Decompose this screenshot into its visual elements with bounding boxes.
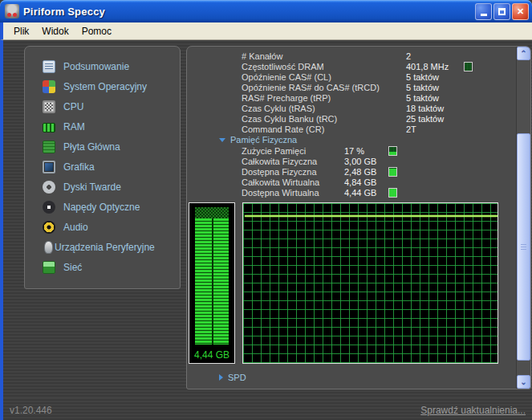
sidebar-item[interactable]: Napędy Optyczne <box>25 197 180 217</box>
row-value: 401,8 MHz <box>406 62 464 71</box>
sidebar-item-label: CPU <box>63 101 83 112</box>
close-button[interactable]: ✕ <box>512 3 529 20</box>
spd-section-header[interactable]: SPD <box>187 372 530 383</box>
gauge-fill-segment <box>195 218 229 345</box>
row-label: Dostępna Wirtualna <box>242 188 344 198</box>
scroll-up-button[interactable]: ⌃ <box>517 47 530 60</box>
sidebar-item-label: Grafika <box>63 161 95 173</box>
minimize-button[interactable] <box>475 3 492 20</box>
row-value: 17 % <box>344 146 388 156</box>
scroll-down-button[interactable]: ⌄ <box>517 375 530 389</box>
row-value: 4,84 GB <box>344 177 388 187</box>
row-label: Całkowita Fizyczna <box>242 157 344 166</box>
status-bar: v1.20.446 Sprawdź uaktualnienia... <box>0 398 532 420</box>
info-row: Opóźnienie CAS# (CL) 5 taktów <box>187 71 530 82</box>
sidebar-item-label: Audio <box>63 222 88 233</box>
info-row: # Kanałów 2 <box>187 51 530 61</box>
row-value: 2,48 GB <box>344 167 388 177</box>
sidebar-item[interactable]: RAM <box>25 116 180 137</box>
titlebar[interactable]: Piriform Speccy ✕ <box>0 0 532 22</box>
row-label: Częstotliwość DRAM <box>242 62 406 71</box>
version-label: v1.20.446 <box>10 405 52 416</box>
network-icon <box>43 261 55 274</box>
row-value: 3,00 GB <box>344 157 388 166</box>
memory-history-graph <box>242 202 498 364</box>
section-title: Pamięć Fizyczna <box>230 135 297 145</box>
row-label: Zużycie Pamięci <box>242 146 344 156</box>
row-label: Całkowita Wirtualna <box>242 177 344 187</box>
sidebar-item[interactable]: Urządzenia Peryferyjne <box>25 237 180 257</box>
row-value: 2 <box>406 51 464 61</box>
sidebar: Podsumowanie System Operacyjny CPU RAM P… <box>24 46 181 289</box>
info-row: Command Rate (CR) 2T <box>187 124 530 134</box>
row-value: 5 taktów <box>406 72 464 82</box>
sidebar-item[interactable]: Dyski Twarde <box>25 177 180 197</box>
motherboard-icon <box>43 141 55 153</box>
sidebar-item-label: Urządzenia Peryferyjne <box>55 242 155 253</box>
section-title: SPD <box>228 373 246 382</box>
window-title: Piriform Speccy <box>23 6 105 18</box>
scrollbar-grip <box>521 244 526 251</box>
info-row: Czas Cyklu Banku (tRC) 25 taktów <box>187 113 530 124</box>
sidebar-item[interactable]: System Operacyjny <box>25 76 180 96</box>
mini-bar-indicator <box>388 146 397 156</box>
menu-bar: PlikWidokPomoc <box>0 22 532 40</box>
sidebar-item-label: RAM <box>63 121 85 133</box>
gauge-value-label: 4,44 GB <box>189 349 234 361</box>
chevron-up-icon: ⌃ <box>520 49 526 58</box>
scrollbar-thumb[interactable] <box>517 133 530 361</box>
windows-logo-icon <box>43 80 55 93</box>
row-label: Czas Cyklu (tRAS) <box>242 104 406 113</box>
mini-bar-indicator <box>464 62 473 71</box>
info-row: Dostępna Fizyczna 2,48 GB <box>187 166 530 177</box>
menu-item-plik[interactable]: Plik <box>7 24 35 39</box>
sidebar-item-label: Dyski Twarde <box>63 181 121 193</box>
close-icon: ✕ <box>517 7 524 16</box>
maximize-button[interactable] <box>493 3 510 20</box>
collapse-triangle-icon <box>219 138 225 142</box>
menu-item-pomoc[interactable]: Pomoc <box>75 24 118 39</box>
sidebar-item[interactable]: Sieć <box>25 257 180 277</box>
cpu-icon <box>43 100 55 113</box>
info-row: Czas Cyklu (tRAS) 18 taktów <box>187 103 530 113</box>
physical-memory-section-header[interactable]: Pamięć Fizyczna <box>187 134 530 145</box>
sidebar-list: Podsumowanie System Operacyjny CPU RAM P… <box>25 56 180 277</box>
ram-detail-panel: # Kanałów 2 Częstotliwość DRAM 401,8 MHz… <box>186 46 531 389</box>
sidebar-item[interactable]: Podsumowanie <box>25 56 180 76</box>
gauge-dim-segment <box>195 207 229 218</box>
hard-drive-icon <box>43 181 55 194</box>
row-value: 5 taktów <box>406 83 464 92</box>
row-value: 18 taktów <box>406 104 464 113</box>
mouse-icon <box>44 241 53 254</box>
mini-bar-indicator <box>388 188 397 198</box>
row-value: 4,44 GB <box>344 188 388 198</box>
info-row: Całkowita Wirtualna 4,84 GB <box>187 177 530 187</box>
memory-gauge: 4,44 GB <box>189 202 235 364</box>
minimize-icon <box>481 14 487 16</box>
info-row: Całkowita Fizyczna 3,00 GB <box>187 156 530 166</box>
check-updates-link[interactable]: Sprawdź uaktualnienia... <box>420 405 526 416</box>
info-row: Dostępna Wirtualna 4,44 GB <box>187 187 530 198</box>
memory-history-line <box>245 215 497 217</box>
sidebar-item-label: Sieć <box>63 262 82 273</box>
mini-bar-indicator <box>388 167 397 177</box>
sidebar-item[interactable]: CPU <box>25 96 180 116</box>
row-value: 2T <box>406 124 464 134</box>
menu-item-widok[interactable]: Widok <box>35 24 75 39</box>
row-label: RAS# Precharge (tRP) <box>242 93 406 103</box>
sidebar-item-label: System Operacyjny <box>63 81 147 92</box>
sidebar-item[interactable]: Grafika <box>25 157 180 177</box>
row-label: Dostępna Fizyczna <box>242 167 344 177</box>
speccy-app-icon <box>5 4 19 18</box>
timing-rows: # Kanałów 2 Częstotliwość DRAM 401,8 MHz… <box>187 51 530 134</box>
sidebar-item-label: Podsumowanie <box>63 61 129 72</box>
optical-drive-icon <box>43 201 55 214</box>
sidebar-item[interactable]: Audio <box>25 217 180 237</box>
row-label: # Kanałów <box>242 51 406 61</box>
speccy-window: Piriform Speccy ✕ PlikWidokPomoc Podsumo… <box>0 0 532 420</box>
monitor-icon <box>43 161 55 173</box>
sidebar-item[interactable]: Płyta Główna <box>25 137 180 157</box>
vertical-scrollbar[interactable]: ⌃ ⌄ <box>516 47 530 389</box>
sidebar-item-label: Napędy Optyczne <box>63 202 140 213</box>
row-value: 5 taktów <box>406 93 464 103</box>
